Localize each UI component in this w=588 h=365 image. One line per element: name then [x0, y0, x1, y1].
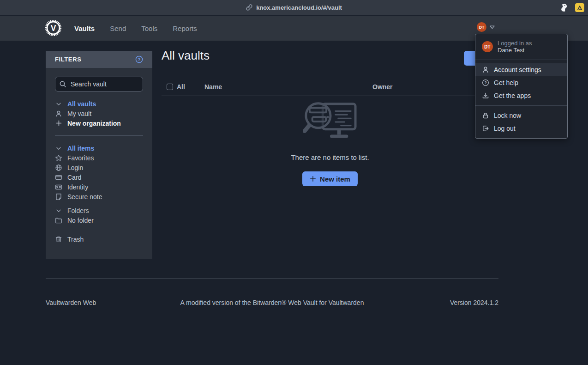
- filters-body: All vaults My vault New organization A: [46, 68, 152, 244]
- sidebar-group-all-vaults[interactable]: All vaults: [55, 99, 143, 109]
- item-label: Secure note: [67, 193, 102, 201]
- person-icon: [482, 66, 489, 73]
- nav-item-vaults[interactable]: Vaults: [74, 24, 95, 32]
- search-input[interactable]: [55, 77, 143, 91]
- sidebar-item-secure-note[interactable]: Secure note: [55, 192, 143, 201]
- group-label: Folders: [67, 207, 89, 214]
- chevron-down-icon: [489, 25, 495, 30]
- filters-sidebar: FILTERS ? All va: [46, 51, 152, 259]
- item-label: New organization: [67, 120, 121, 127]
- footer-description: A modified version of the Bitwarden® Web…: [46, 299, 498, 306]
- select-all-checkbox[interactable]: [167, 84, 173, 90]
- filters-title: FILTERS: [55, 56, 81, 63]
- menu-item-lock-now[interactable]: Lock now: [475, 109, 567, 122]
- sidebar-group-folders[interactable]: Folders: [55, 206, 143, 215]
- spacer: [55, 225, 143, 234]
- sidebar-item-favorites[interactable]: Favorites: [55, 153, 143, 163]
- duck-icon[interactable]: [559, 3, 569, 12]
- menu-item-label: Account settings: [494, 66, 541, 73]
- item-label: Login: [67, 164, 83, 171]
- sidebar-item-login[interactable]: Login: [55, 163, 143, 172]
- empty-state: There are no items to list. New item: [162, 102, 498, 186]
- browser-bar: knox.americancloud.io/#/vault: [0, 0, 588, 15]
- item-label: Identity: [67, 183, 88, 191]
- globe-icon: [55, 164, 62, 171]
- column-header-owner[interactable]: Owner: [372, 83, 393, 91]
- item-label: Card: [67, 174, 81, 181]
- link-icon: [246, 4, 252, 11]
- trash-icon: [55, 236, 62, 243]
- question-circle-icon: ?: [482, 79, 489, 86]
- nav-links: Vaults Send Tools Reports: [74, 24, 197, 32]
- lock-icon: [482, 112, 489, 119]
- account-menu: DT Logged in as Dane Test Account settin…: [475, 34, 568, 139]
- sidebar-item-my-vault[interactable]: My vault: [55, 109, 143, 118]
- menu-item-label: Log out: [494, 125, 516, 132]
- menu-section-main: Account settings ? Get help Get the apps: [475, 60, 567, 105]
- sidebar-item-new-organization[interactable]: New organization: [55, 118, 143, 128]
- main-content: All vaults New All Name Owner: [162, 49, 498, 96]
- download-icon: [482, 92, 489, 99]
- logged-in-as-label: Logged in as: [498, 40, 532, 47]
- menu-item-log-out[interactable]: Log out: [475, 122, 567, 135]
- avatar: DT: [482, 41, 493, 52]
- search-icon: [59, 80, 66, 88]
- empty-state-illustration: [303, 102, 357, 143]
- nav-item-reports[interactable]: Reports: [173, 24, 197, 32]
- sidebar-divider: [55, 135, 143, 136]
- sidebar-item-no-folder[interactable]: No folder: [55, 215, 143, 225]
- menu-item-label: Get help: [494, 79, 518, 86]
- chevron-down-icon: [55, 207, 62, 214]
- chevron-down-icon: [55, 145, 62, 152]
- page-title: All vaults: [162, 49, 498, 63]
- sidebar-group-all-items[interactable]: All items: [55, 143, 143, 153]
- extension-icon[interactable]: [575, 3, 584, 12]
- help-question-circle-icon[interactable]: ?: [135, 55, 143, 63]
- group-label: All items: [67, 145, 94, 152]
- sidebar-item-trash[interactable]: Trash: [55, 234, 143, 244]
- url-text: knox.americancloud.io/#/vault: [256, 4, 342, 11]
- credit-card-icon: [55, 174, 62, 181]
- menu-item-label: Lock now: [494, 112, 521, 119]
- logout-icon: [482, 125, 489, 132]
- new-item-button[interactable]: New item: [302, 171, 358, 186]
- nav-item-tools[interactable]: Tools: [141, 24, 157, 32]
- browser-icons: [559, 0, 584, 15]
- user-name: Dane Test: [498, 47, 532, 54]
- item-label: Trash: [67, 236, 84, 243]
- avatar[interactable]: DT: [477, 22, 486, 32]
- menu-item-get-the-apps[interactable]: Get the apps: [475, 89, 567, 102]
- star-icon: [55, 154, 62, 162]
- search-wrap: [55, 77, 143, 91]
- new-item-button-label: New item: [320, 175, 350, 183]
- column-header-name[interactable]: Name: [204, 83, 222, 91]
- plus-icon: [55, 120, 62, 127]
- column-header-all[interactable]: All: [177, 83, 185, 91]
- empty-message: There are no items to list.: [291, 153, 369, 161]
- folder-icon: [55, 217, 62, 224]
- screen: knox.americancloud.io/#/vault: [0, 0, 588, 365]
- svg-text:?: ?: [484, 80, 486, 85]
- svg-text:?: ?: [138, 57, 141, 62]
- sidebar-item-card[interactable]: Card: [55, 172, 143, 182]
- item-label: My vault: [67, 110, 91, 117]
- filters-header: FILTERS ?: [46, 51, 152, 68]
- menu-item-label: Get the apps: [494, 92, 531, 99]
- sidebar-item-identity[interactable]: Identity: [55, 182, 143, 192]
- account-menu-trigger[interactable]: DT: [477, 22, 588, 32]
- chevron-down-icon: [55, 100, 62, 108]
- url-box[interactable]: knox.americancloud.io/#/vault: [246, 4, 342, 11]
- account-menu-header: DT Logged in as Dane Test: [475, 34, 567, 60]
- vaultwarden-logo-icon[interactable]: V: [45, 19, 62, 36]
- svg-text:V: V: [51, 24, 56, 33]
- menu-section-session: Lock now Log out: [475, 106, 567, 138]
- item-label: No folder: [67, 217, 94, 224]
- id-card-icon: [55, 183, 62, 191]
- nav-item-send[interactable]: Send: [110, 24, 126, 32]
- menu-item-account-settings[interactable]: Account settings: [475, 63, 567, 76]
- spacer: [55, 201, 143, 206]
- group-label: All vaults: [67, 100, 96, 108]
- menu-item-get-help[interactable]: ? Get help: [475, 76, 567, 89]
- plus-icon: [310, 176, 316, 182]
- footer-version: Version 2024.1.2: [450, 299, 498, 306]
